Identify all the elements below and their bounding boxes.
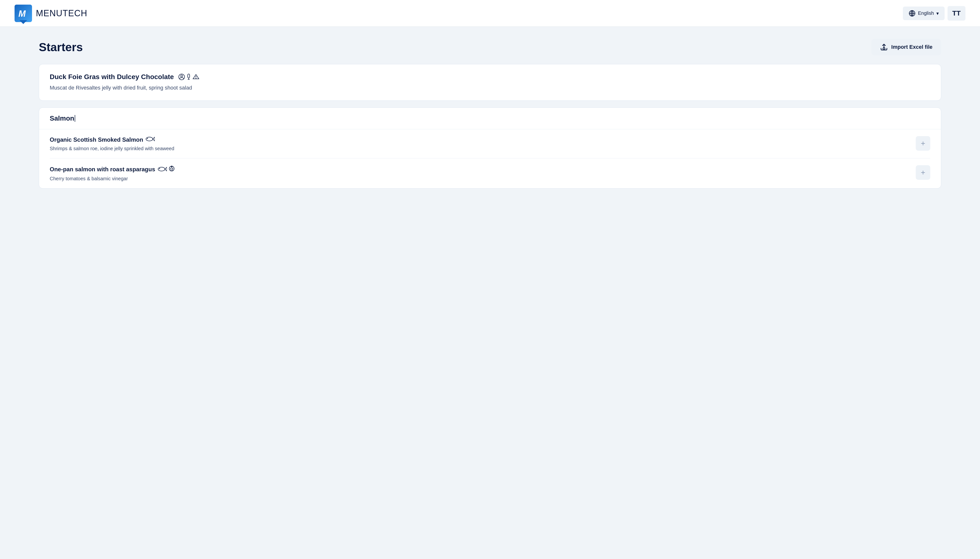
- brand-name: MENUTECH: [36, 8, 87, 18]
- fish-icon: [157, 166, 167, 172]
- foie-gras-desc: Muscat de Rivesaltes jelly with dried fr…: [50, 84, 930, 92]
- language-label: English: [918, 10, 934, 16]
- salmon-section-card: Salmon Organic Scottish Smoked Salmon: [39, 108, 941, 189]
- logo-area: M MENUTECH: [15, 5, 87, 22]
- allergen-icon-3: [192, 73, 200, 80]
- svg-point-14: [146, 137, 153, 141]
- app-header: M MENUTECH English ▾ TT: [0, 0, 980, 27]
- header-actions: English ▾ TT: [903, 6, 965, 21]
- globe-icon: [909, 10, 916, 17]
- section-header: Starters Import Excel file: [39, 39, 941, 55]
- svg-text:M: M: [18, 9, 26, 19]
- fish-icon: [145, 136, 155, 142]
- allergen-icon-1: [178, 73, 185, 80]
- plus-icon: +: [921, 139, 926, 147]
- svg-point-8: [181, 75, 183, 77]
- foie-gras-dietary-icons: [178, 73, 200, 80]
- salmon-item-1-title: Organic Scottish Smoked Salmon: [50, 136, 911, 143]
- text-size-label: TT: [952, 10, 960, 17]
- salmon-item-1-desc: Shrimps & salmon roe, iodine jelly sprin…: [50, 146, 911, 151]
- add-item-button[interactable]: +: [916, 136, 930, 150]
- salmon-item-1-info: Organic Scottish Smoked Salmon Shrimps &…: [50, 136, 911, 151]
- salmon-item-2-desc: Cherry tomatoes & balsamic vinegar: [50, 176, 911, 182]
- salmon-item-1-dietary: [145, 136, 155, 143]
- foie-gras-title: Duck Foie Gras with Dulcey Chocolate: [50, 73, 930, 81]
- logo-icon: M: [15, 5, 32, 22]
- section-title: Starters: [39, 41, 83, 54]
- accessibility-icon: [168, 165, 175, 172]
- salmon-item-2-title: One-pan salmon with roast asparagus: [50, 165, 911, 174]
- salmon-item-2-info: One-pan salmon with roast asparagus: [50, 165, 911, 182]
- text-size-button[interactable]: TT: [947, 6, 965, 21]
- svg-point-15: [147, 138, 148, 139]
- text-cursor: [75, 115, 75, 122]
- svg-point-13: [195, 78, 196, 79]
- allergen-icon-2: [186, 73, 191, 80]
- list-item: One-pan salmon with roast asparagus: [50, 159, 930, 188]
- svg-point-17: [159, 168, 160, 169]
- svg-point-16: [158, 167, 165, 171]
- import-excel-button[interactable]: Import Excel file: [871, 39, 941, 55]
- salmon-section-header: Salmon: [39, 108, 941, 129]
- list-item: Organic Scottish Smoked Salmon Shrimps &…: [50, 129, 930, 159]
- main-content: Starters Import Excel file Duck Foie Gra…: [0, 27, 980, 207]
- svg-rect-9: [188, 74, 190, 78]
- salmon-item-2-dietary: [157, 165, 175, 174]
- chevron-down-icon: ▾: [936, 10, 939, 16]
- foie-gras-card: Duck Foie Gras with Dulcey Chocolate: [39, 64, 941, 101]
- add-item-button[interactable]: +: [916, 165, 930, 180]
- upload-icon: [880, 43, 888, 51]
- salmon-items-list: Organic Scottish Smoked Salmon Shrimps &…: [39, 129, 941, 188]
- language-selector[interactable]: English ▾: [903, 7, 945, 20]
- import-button-label: Import Excel file: [891, 44, 932, 50]
- plus-icon: +: [921, 169, 926, 176]
